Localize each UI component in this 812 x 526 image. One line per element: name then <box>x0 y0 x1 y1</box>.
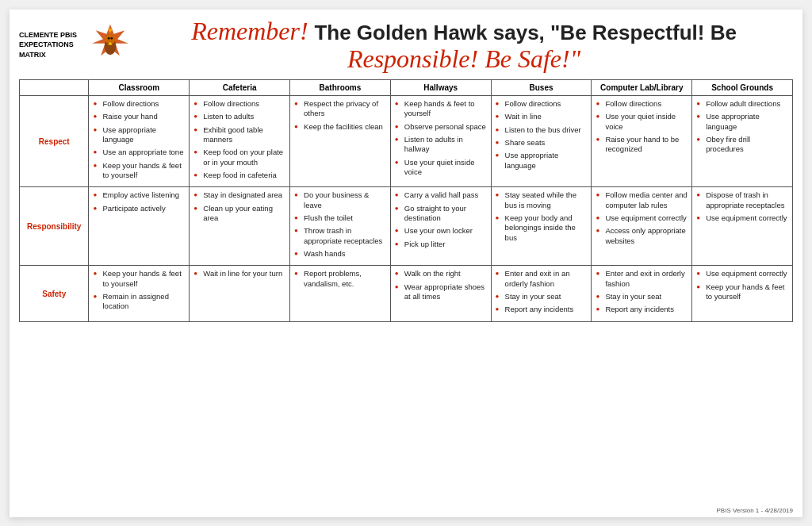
row-label-respect: Respect <box>20 95 89 186</box>
list-item: Keep your hands & feet to yourself <box>93 269 185 289</box>
table-cell: Follow directionsListen to adultsExhibit… <box>190 95 290 186</box>
list-item: Flush the toilet <box>294 213 386 223</box>
svg-point-4 <box>108 37 110 40</box>
table-cell: Follow adult directionsUse appropriate l… <box>692 95 793 186</box>
list-item: Exhibit good table manners <box>193 125 285 145</box>
table-cell: Wait in line for your turn <box>190 266 290 321</box>
list-item: Use appropriate language <box>696 112 788 132</box>
hawk-logo <box>90 23 130 67</box>
list-item: Walk on the right <box>395 269 487 278</box>
list-item: Pick up litter <box>395 240 487 249</box>
list-item: Use your quiet inside voice <box>596 112 688 132</box>
table-cell: Carry a valid hall passGo straight to yo… <box>390 187 491 266</box>
list-item: Follow directions <box>496 99 588 109</box>
list-item: Follow adult directions <box>696 99 788 109</box>
table-cell: Employ active listeningParticipate activ… <box>89 187 190 266</box>
table-cell: Enter and exit in an orderly fashionStay… <box>491 266 592 321</box>
header-title: Remember! The Golden Hawk says, "Be Resp… <box>135 17 793 73</box>
list-item: Keep food in cafeteria <box>193 171 285 180</box>
list-item: Follow directions <box>596 99 688 109</box>
list-item: Enter and exit in orderly fashion <box>596 269 688 289</box>
svg-point-5 <box>110 37 113 40</box>
list-item: Keep the facilities clean <box>294 122 386 132</box>
table-cell: Keep your hands & feet to yourselfRemain… <box>89 266 190 321</box>
list-item: Access only appropriate websites <box>596 226 688 246</box>
table-cell: Follow directionsRaise your handUse appr… <box>89 95 190 186</box>
table-cell: Stay seated while the bus is movingKeep … <box>491 187 592 266</box>
table-cell: Report problems, vandalism, etc. <box>290 266 391 321</box>
list-item: Keep hands & feet to yourself <box>395 99 487 119</box>
title-hawk-says: The Golden Hawk says, "Be Respectful! Be <box>314 21 736 44</box>
col-empty <box>20 79 89 95</box>
list-item: Report any incidents <box>496 305 588 314</box>
row-label-safety: Safety <box>20 266 89 321</box>
list-item: Use appropriate language <box>93 125 185 145</box>
table-cell: Follow media center and computer lab rul… <box>592 187 692 266</box>
table-cell: Follow directionsUse your quiet inside v… <box>592 95 692 186</box>
list-item: Throw trash in appropriate receptacles <box>294 226 386 246</box>
col-buses: Buses <box>491 79 592 95</box>
list-item: Follow directions <box>193 99 285 109</box>
row-label-responsibility: Responsibility <box>20 187 89 266</box>
list-item: Keep your body and belongings inside the… <box>496 213 588 243</box>
list-item: Follow media center and computer lab rul… <box>596 190 688 210</box>
list-item: Observe personal space <box>395 122 487 132</box>
list-item: Listen to adults in hallway <box>395 135 487 155</box>
list-item: Stay in designated area <box>193 190 285 200</box>
list-item: Wait in line <box>496 112 588 121</box>
list-item: Report problems, vandalism, etc. <box>294 269 386 289</box>
col-hallways: Hallways <box>390 79 491 95</box>
header: CLEMENTE PBIS EXPECTATIONS MATRIX Rememb… <box>19 17 793 73</box>
col-classroom: Classroom <box>89 79 190 95</box>
list-item: Clean up your eating area <box>193 204 285 224</box>
list-item: Respect the privacy of others <box>294 99 386 119</box>
list-item: Raise your hand to be recognized <box>596 135 688 155</box>
footer-text: PBIS Version 1 - 4/28/2019 <box>716 507 793 514</box>
list-item: Stay in your seat <box>596 292 688 301</box>
school-name: CLEMENTE PBIS EXPECTATIONS MATRIX <box>19 30 90 60</box>
table-cell: Respect the privacy of othersKeep the fa… <box>290 95 391 186</box>
list-item: Wash hands <box>294 249 386 259</box>
list-item: Use your own locker <box>395 226 487 236</box>
list-item: Listen to the bus driver <box>496 125 588 135</box>
list-item: Use appropriate language <box>496 151 588 171</box>
col-grounds: School Grounds <box>692 79 793 95</box>
list-item: Keep food on your plate or in your mouth <box>193 148 285 167</box>
list-item: Obey fire drill procedures <box>696 135 788 155</box>
list-item: Remain in assigned location <box>93 292 185 312</box>
list-item: Listen to adults <box>193 112 285 121</box>
table-cell: Enter and exit in orderly fashionStay in… <box>592 266 692 321</box>
table-cell: Stay in designated areaClean up your eat… <box>190 187 290 266</box>
list-item: Wear appropriate shoes at all times <box>395 282 487 302</box>
list-item: Carry a valid hall pass <box>395 190 487 200</box>
table-cell: Walk on the rightWear appropriate shoes … <box>390 266 491 321</box>
page: CLEMENTE PBIS EXPECTATIONS MATRIX Rememb… <box>10 10 802 517</box>
list-item: Stay in your seat <box>496 292 588 301</box>
list-item: Use equipment correctly <box>596 213 688 223</box>
title-remember: Remember! <box>191 17 308 45</box>
col-bathrooms: Bathrooms <box>290 79 391 95</box>
list-item: Use equipment correctly <box>696 269 788 278</box>
expectations-table: Classroom Cafeteria Bathrooms Hallways B… <box>19 79 793 322</box>
list-item: Follow directions <box>93 99 185 109</box>
list-item: Use an appropriate tone <box>93 148 185 157</box>
table-cell: Do your business & leaveFlush the toilet… <box>290 187 391 266</box>
table-cell: Keep hands & feet to yourselfObserve per… <box>390 95 491 186</box>
list-item: Keep your hands & feet to yourself <box>93 161 185 181</box>
col-complib: Computer Lab/Library <box>592 79 692 95</box>
list-item: Keep your hands & feet to yourself <box>696 282 788 302</box>
col-cafeteria: Cafeteria <box>190 79 290 95</box>
list-item: Enter and exit in an orderly fashion <box>496 269 588 289</box>
title-responsible: Responsible! Be Safe!" <box>347 44 580 73</box>
list-item: Use your quiet inside voice <box>395 158 487 178</box>
list-item: Dispose of trash in appropriate receptac… <box>696 190 788 210</box>
list-item: Report any incidents <box>596 305 688 314</box>
table-cell: Use equipment correctlyKeep your hands &… <box>692 266 793 321</box>
table-cell: Follow directionsWait in lineListen to t… <box>491 95 592 186</box>
list-item: Share seats <box>496 138 588 148</box>
list-item: Wait in line for your turn <box>193 269 285 278</box>
list-item: Participate actively <box>93 204 185 213</box>
list-item: Use equipment correctly <box>696 213 788 223</box>
list-item: Go straight to your destination <box>395 204 487 224</box>
list-item: Employ active listening <box>93 190 185 200</box>
